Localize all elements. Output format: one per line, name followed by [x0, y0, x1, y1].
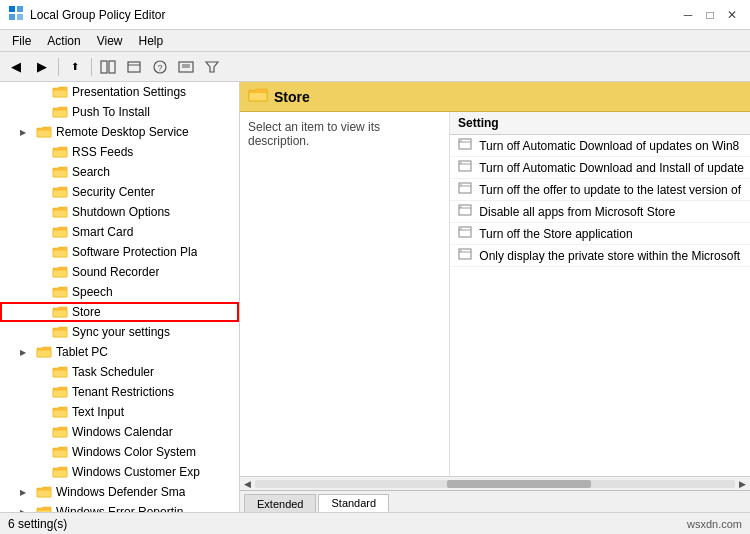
filter-button[interactable] [200, 56, 224, 78]
tree-label: Software Protection Pla [72, 245, 197, 259]
svg-marker-13 [206, 62, 218, 72]
tree-label: Presentation Settings [72, 85, 186, 99]
tree-item-rss-feeds[interactable]: RSS Feeds [0, 142, 239, 162]
tab-standard[interactable]: Standard [318, 494, 389, 512]
settings-panel[interactable]: Setting Turn off Automatic Download of u… [450, 112, 750, 476]
tree-item-sync-settings[interactable]: Sync your settings [0, 322, 239, 342]
expand-arrow: ▶ [20, 348, 36, 357]
setting-text-5: Turn off the Store application [479, 227, 632, 241]
up-button[interactable]: ⬆ [63, 56, 87, 78]
tree-label: Task Scheduler [72, 365, 154, 379]
tree-panel: Presentation Settings Push To Install ▶ … [0, 82, 240, 512]
setting-icon-5 [458, 226, 472, 238]
toolbar-separator2 [91, 58, 92, 76]
tree-item-windows-error[interactable]: ▶ Windows Error Reportin [0, 502, 239, 512]
scroll-right-arrow[interactable]: ▶ [739, 479, 746, 489]
folder-icon [52, 225, 68, 239]
svg-rect-21 [53, 230, 67, 237]
tree-label: Windows Customer Exp [72, 465, 200, 479]
tree-item-task-scheduler[interactable]: Task Scheduler [0, 362, 239, 382]
tree-item-tenant-restrictions[interactable]: Tenant Restrictions [0, 382, 239, 402]
window-title: Local Group Policy Editor [30, 8, 165, 22]
branding: wsxdn.com [687, 518, 742, 530]
svg-rect-25 [53, 310, 67, 317]
folder-icon [52, 245, 68, 259]
setting-text-1: Turn off Automatic Download of updates o… [479, 139, 739, 153]
minimize-button[interactable]: ─ [678, 5, 698, 25]
help-icon-button[interactable]: ? [148, 56, 172, 78]
tree-item-tablet-pc[interactable]: ▶ Tablet PC [0, 342, 239, 362]
tree-item-search[interactable]: Search [0, 162, 239, 182]
horizontal-scrollbar[interactable] [255, 480, 735, 488]
tree-label: Sound Recorder [72, 265, 159, 279]
svg-rect-19 [53, 190, 67, 197]
tree-item-smart-card[interactable]: Smart Card [0, 222, 239, 242]
tab-extended[interactable]: Extended [244, 494, 316, 512]
menu-help[interactable]: Help [131, 32, 172, 50]
folder-icon [52, 445, 68, 459]
export-button[interactable] [174, 56, 198, 78]
show-hide-button[interactable] [96, 56, 120, 78]
main-area: Presentation Settings Push To Install ▶ … [0, 82, 750, 512]
tree-item-shutdown-options[interactable]: Shutdown Options [0, 202, 239, 222]
folder-icon [52, 205, 68, 219]
scroll-left-arrow[interactable]: ◀ [244, 479, 251, 489]
svg-rect-27 [37, 350, 51, 357]
title-bar: Local Group Policy Editor ─ □ ✕ [0, 0, 750, 30]
setting-row-2[interactable]: Turn off Automatic Download and Install … [450, 157, 750, 179]
svg-rect-18 [53, 170, 67, 177]
tree-item-security-center[interactable]: Security Center [0, 182, 239, 202]
tree-item-windows-calendar[interactable]: Windows Calendar [0, 422, 239, 442]
setting-row-6[interactable]: Only display the private store within th… [450, 245, 750, 267]
app-icon [8, 5, 24, 24]
menu-view[interactable]: View [89, 32, 131, 50]
svg-rect-20 [53, 210, 67, 217]
tree-item-text-input[interactable]: Text Input [0, 402, 239, 422]
tree-item-windows-defender[interactable]: ▶ Windows Defender Sma [0, 482, 239, 502]
setting-row-1[interactable]: Turn off Automatic Download of updates o… [450, 135, 750, 157]
svg-rect-31 [53, 430, 67, 437]
tabs-bar: Extended Standard [240, 490, 750, 512]
back-button[interactable]: ◀ [4, 56, 28, 78]
svg-rect-3 [17, 14, 23, 20]
setting-row-5[interactable]: Turn off the Store application [450, 223, 750, 245]
toolbar-separator [58, 58, 59, 76]
tree-label: Windows Color System [72, 445, 196, 459]
tree-label: Tablet PC [56, 345, 108, 359]
svg-rect-2 [9, 14, 15, 20]
close-button[interactable]: ✕ [722, 5, 742, 25]
tree-label: Sync your settings [72, 325, 170, 339]
tree-item-windows-customer[interactable]: Windows Customer Exp [0, 462, 239, 482]
content-folder-icon [248, 86, 268, 107]
forward-button[interactable]: ▶ [30, 56, 54, 78]
tree-item-push-to-install[interactable]: Push To Install [0, 102, 239, 122]
menu-action[interactable]: Action [39, 32, 88, 50]
tree-item-windows-color-system[interactable]: Windows Color System [0, 442, 239, 462]
tree-label: Tenant Restrictions [72, 385, 174, 399]
tree-item-store[interactable]: Store [0, 302, 239, 322]
tree-label: Windows Defender Sma [56, 485, 185, 499]
tree-item-software-protection[interactable]: Software Protection Pla [0, 242, 239, 262]
setting-icon-4 [458, 204, 472, 216]
setting-text-4: Disable all apps from Microsoft Store [479, 205, 675, 219]
properties-button[interactable] [122, 56, 146, 78]
tree-item-speech[interactable]: Speech [0, 282, 239, 302]
svg-rect-26 [53, 330, 67, 337]
setting-icon-1 [458, 138, 472, 150]
svg-rect-30 [53, 410, 67, 417]
setting-row-4[interactable]: Disable all apps from Microsoft Store [450, 201, 750, 223]
tree-item-remote-desktop[interactable]: ▶ Remote Desktop Service [0, 122, 239, 142]
menu-file[interactable]: File [4, 32, 39, 50]
tree-label: Windows Error Reportin [56, 505, 183, 512]
svg-rect-23 [53, 270, 67, 277]
setting-row-3[interactable]: Turn off the offer to update to the late… [450, 179, 750, 201]
setting-icon-6 [458, 248, 472, 260]
svg-rect-28 [53, 370, 67, 377]
menu-bar: File Action View Help [0, 30, 750, 52]
folder-icon [36, 505, 52, 512]
folder-icon [52, 145, 68, 159]
tree-item-presentation-settings[interactable]: Presentation Settings [0, 82, 239, 102]
tree-item-sound-recorder[interactable]: Sound Recorder [0, 262, 239, 282]
maximize-button[interactable]: □ [700, 5, 720, 25]
folder-icon [52, 325, 68, 339]
